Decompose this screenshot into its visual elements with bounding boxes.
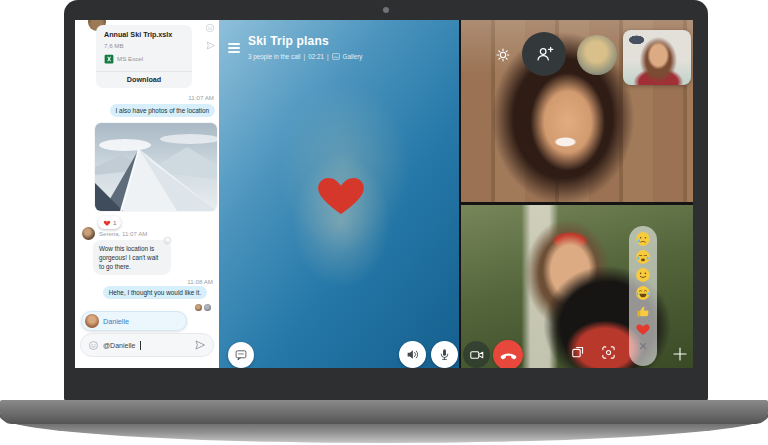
- smile-emoji[interactable]: [635, 267, 651, 283]
- heart-icon: [103, 219, 111, 227]
- file-name: Annual Ski Trip.xslx: [96, 25, 192, 40]
- timestamp: 11:08 AM: [187, 278, 213, 285]
- download-button[interactable]: Download: [96, 75, 192, 84]
- laptop-base: [0, 400, 768, 424]
- divider: [96, 71, 192, 72]
- file-size: 7,6 MB: [96, 40, 192, 49]
- chat-bubble-icon: [234, 348, 248, 362]
- microphone-icon: [437, 347, 452, 362]
- video-camera-icon: [469, 347, 485, 363]
- webcam-dot: [383, 7, 389, 13]
- timestamp: 11:07 AM: [188, 94, 214, 101]
- end-call-icon: [499, 346, 518, 365]
- chat-toggle-button[interactable]: [228, 342, 254, 368]
- microphone-button[interactable]: [431, 341, 458, 368]
- smiley-icon[interactable]: [205, 23, 215, 33]
- call-title: Ski Trip plans: [248, 34, 329, 48]
- separator: |: [327, 53, 329, 60]
- participant-avatar-bubble[interactable]: [577, 35, 617, 75]
- composer-input[interactable]: @Danielle: [103, 342, 135, 349]
- mention-name: Danielle: [103, 317, 129, 326]
- participants-count: 3 people in the call: [248, 53, 301, 60]
- incoming-message-bubble: Wow this location is gorgeous! I can't w…: [93, 240, 171, 275]
- reaction-picker-bar: [629, 226, 657, 366]
- read-receipts: [195, 304, 211, 311]
- forward-arrow-icon[interactable]: [205, 40, 216, 51]
- settings-gear-icon[interactable]: [495, 47, 511, 63]
- self-view-thumbnail[interactable]: [623, 30, 691, 85]
- read-receipt-avatar: [195, 304, 202, 311]
- speaker-icon: [405, 347, 420, 362]
- skype-app-screen: Annual Ski Trip.xslx 7,6 MB MS Excel Dow…: [75, 20, 693, 368]
- smiley-icon[interactable]: [163, 236, 172, 245]
- avatar-danielle: [85, 314, 99, 328]
- mountain-photo-art: [95, 123, 217, 211]
- participant-video-bottom: [461, 205, 693, 368]
- outgoing-message-bubble: Hehe, I thought you would like it.: [103, 286, 207, 299]
- sob-emoji[interactable]: [635, 249, 651, 265]
- camera-button[interactable]: [463, 341, 490, 368]
- shared-photo-mountain[interactable]: [95, 123, 217, 211]
- cry-emoji[interactable]: [635, 231, 651, 247]
- gallery-toggle[interactable]: Gallery: [343, 53, 363, 60]
- plus-icon[interactable]: [672, 346, 688, 362]
- hamburger-menu-icon[interactable]: [228, 43, 240, 55]
- outgoing-message-bubble: I also have photos of the location: [110, 104, 215, 117]
- add-person-button[interactable]: [522, 32, 566, 76]
- thumbs-up-emoji[interactable]: [635, 303, 651, 319]
- main-video-feed: Ski Trip plans 3 people in the call | 02…: [219, 20, 459, 368]
- add-person-icon: [534, 44, 554, 64]
- sender-meta: Serena, 11:07 AM: [99, 230, 147, 237]
- gallery-icon: [332, 53, 340, 60]
- mention-suggestion-danielle[interactable]: Danielle: [81, 311, 187, 331]
- avatar-serena: [82, 227, 95, 240]
- message-composer[interactable]: @Danielle: [80, 333, 214, 357]
- message-reaction-pill[interactable]: 1: [98, 216, 121, 229]
- speaker-button[interactable]: [399, 341, 426, 368]
- close-x-icon[interactable]: [636, 339, 650, 353]
- end-call-button[interactable]: [493, 340, 523, 368]
- laugh-emoji[interactable]: [635, 285, 651, 301]
- snapshot-icon[interactable]: [601, 345, 616, 360]
- send-plane-icon[interactable]: [194, 339, 206, 351]
- ms-excel-icon: [104, 54, 114, 64]
- file-message-card[interactable]: Annual Ski Trip.xslx 7,6 MB MS Excel Dow…: [96, 25, 192, 88]
- separator: |: [304, 53, 306, 60]
- reaction-count: 1: [113, 219, 116, 226]
- heart-emoji[interactable]: [635, 321, 651, 337]
- smiley-icon[interactable]: [88, 340, 99, 351]
- chat-panel: Annual Ski Trip.xslx 7,6 MB MS Excel Dow…: [75, 20, 219, 368]
- call-duration: 02:21: [308, 53, 324, 60]
- heart-reaction-overlay: [314, 167, 368, 216]
- call-subtitle: 3 people in the call | 02:21 | Gallery: [248, 53, 363, 60]
- screen-share-icon[interactable]: [571, 345, 585, 359]
- read-receipt-avatar: [204, 304, 211, 311]
- text-caret: [140, 341, 141, 350]
- file-app-label: MS Excel: [117, 55, 143, 62]
